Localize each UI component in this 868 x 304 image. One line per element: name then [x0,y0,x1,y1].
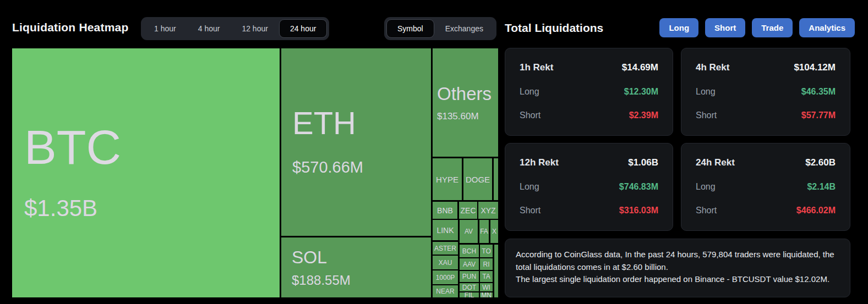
cell-symbol: FA [480,228,488,235]
short-value: $466.02M [796,206,836,215]
treemap-cell-zec[interactable]: ZEC [459,202,477,219]
cell-symbol: NEAR [436,288,454,295]
cell-symbol: ZEC [461,206,476,215]
cell-symbol: PUN [462,273,476,280]
treemap-cell-near[interactable]: NEAR [433,285,458,297]
long-label: Long [520,87,539,97]
treemap-cell-link[interactable]: LINK [433,220,458,240]
short-label: Short [696,206,717,215]
tab-12-hour[interactable]: 12 hour [231,19,279,38]
cell-symbol: DOGE [466,175,490,184]
total-liquidations-title: Total Liquidations [505,21,603,35]
treemap-cell-bch[interactable]: BCH [460,245,479,257]
short-value: $2.39M [629,110,658,120]
cell-symbol: MN [481,292,492,297]
card-total: $14.69M [622,62,658,73]
card-total: $2.60B [805,157,836,168]
cell-symbol: BTC [24,124,280,170]
tab-1-hour[interactable]: 1 hour [143,19,187,38]
cell-symbol: AV [465,228,473,235]
short-label: Short [696,110,717,120]
time-range-tabs: 1 hour 4 hour 12 hour 24 hour [141,17,329,40]
treemap-cell-ta[interactable]: TA [480,271,493,282]
cell-symbol: XAU [439,259,452,267]
summary-card: According to CoinGlass data, In the past… [505,239,850,297]
rekt-card-12h: 12h Rekt $1.06B Long $746.83M Short $316… [505,143,673,231]
treemap-cell-av[interactable]: AV [460,220,478,243]
treemap-cell-eth[interactable]: ETH$570.66M [281,48,431,236]
treemap-cell-hype[interactable]: HYPE [433,158,462,200]
long-value: $12.30M [624,87,658,97]
page-title: Liquidation Heatmap [12,21,128,34]
treemap-cell-sliver[interactable] [494,245,498,297]
treemap-cell-aster[interactable]: ASTER [433,242,458,255]
treemap-cell-fa[interactable]: FA [479,220,489,243]
card-title: 1h Rekt [520,62,553,73]
cell-value: $1.35B [24,195,280,222]
summary-line-1: According to CoinGlass data, In the past… [516,248,839,273]
cell-symbol: 1000P [436,274,455,281]
treemap-cell-doge[interactable]: DOGE [463,158,492,200]
treemap-cell-1000p[interactable]: 1000P [433,270,458,284]
tab-24-hour[interactable]: 24 hour [279,19,327,38]
card-title: 4h Rekt [696,62,729,73]
treemap-cell-ri[interactable]: RI [480,258,493,270]
treemap-cell-pun[interactable]: PUN [460,271,479,282]
short-label: Short [520,110,541,120]
treemap-cell-aav[interactable]: AAV [460,258,479,270]
treemap-cell-dot[interactable]: DOT [460,283,479,291]
treemap-cell-btc[interactable]: BTC$1.35B [12,48,280,297]
cell-symbol: RI [483,261,490,268]
tab-4-hour[interactable]: 4 hour [187,19,231,38]
card-title: 24h Rekt [696,157,735,168]
cell-symbol: X [492,228,496,235]
long-value: $46.35M [801,87,836,97]
cell-value: $188.55M [292,273,431,288]
cell-symbol: SOL [292,247,431,268]
cell-symbol: ETH [292,108,431,138]
analytics-button[interactable]: Analytics [799,18,855,37]
card-total: $1.06B [628,157,658,168]
long-button[interactable]: Long [659,18,698,37]
cell-symbol: WI [482,284,490,291]
cell-symbol: BCH [462,247,476,255]
treemap-cell-sol[interactable]: SOL$188.55M [281,237,431,297]
rekt-card-1h: 1h Rekt $14.69M Long $12.30M Short $2.39… [505,48,673,136]
trade-button[interactable]: Trade [752,18,793,37]
rekt-card-4h: 4h Rekt $104.12M Long $46.35M Short $57.… [681,48,850,136]
treemap-cell-sliver[interactable] [494,158,498,200]
treemap-cell-wi[interactable]: WI [480,283,493,291]
treemap-cell-x[interactable]: X [490,220,498,243]
cell-value: $570.66M [292,158,431,176]
short-value: $57.77M [801,110,836,120]
cell-symbol: LINK [436,226,454,235]
short-value: $316.03M [619,206,658,215]
cell-symbol: FIL [465,292,474,297]
treemap-cell-fil[interactable]: FIL [460,292,479,297]
treemap-cell-xyz[interactable]: XYZ [478,202,498,219]
cell-symbol: TO [482,247,490,255]
cell-symbol: TA [482,273,490,280]
rekt-card-24h: 24h Rekt $2.60B Long $2.14B Short $466.0… [681,143,850,231]
treemap-cell-to[interactable]: TO [480,245,493,257]
long-label: Long [520,182,539,192]
card-total: $104.12M [794,62,836,73]
treemap-cell-mn[interactable]: MN [480,292,493,297]
short-label: Short [520,206,541,215]
treemap-cell-others[interactable]: Others$135.60M [433,48,498,157]
toggle-symbol[interactable]: Symbol [386,19,434,38]
cell-symbol: HYPE [436,175,458,184]
cell-symbol: AAV [463,261,476,268]
treemap-cell-xau[interactable]: XAU [433,256,458,269]
summary-line-2: The largest single liquidation order hap… [516,273,839,286]
view-toggle: Symbol Exchanges [384,17,496,40]
cell-symbol: DOT [462,284,476,291]
cell-value: $135.60M [437,111,498,122]
short-button[interactable]: Short [705,18,745,37]
treemap-cell-bnb[interactable]: BNB [433,202,457,219]
toggle-exchanges[interactable]: Exchanges [434,19,494,38]
long-value: $2.14B [807,182,836,192]
cell-symbol: Others [437,84,498,104]
card-title: 12h Rekt [520,157,559,168]
liquidation-treemap: BTC$1.35BETH$570.66MSOL$188.55MOthers$13… [12,48,498,297]
